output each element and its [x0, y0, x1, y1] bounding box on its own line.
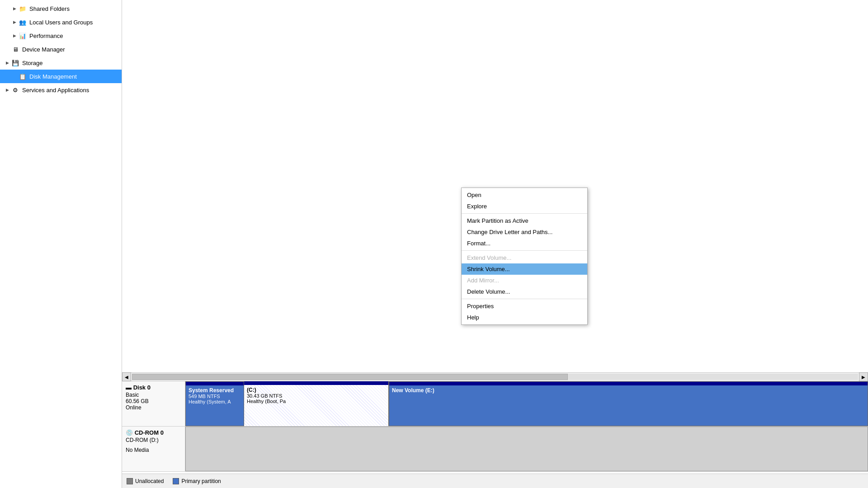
- ctx-change-drive[interactable]: Change Drive Letter and Paths...: [462, 226, 587, 238]
- partition-system-reserved[interactable]: System Reserved 549 MB NTFS Healthy (Sys…: [185, 381, 244, 426]
- expand-arrow-shared-folders: ▶: [11, 5, 18, 12]
- sidebar-item-shared-folders[interactable]: ▶ 📁 Shared Folders: [0, 2, 122, 15]
- expand-arrow-storage: ▶: [4, 59, 11, 66]
- ctx-shrink[interactable]: Shrink Volume...: [462, 263, 587, 275]
- ctx-extend: Extend Volume...: [462, 252, 587, 263]
- partition-new-volume[interactable]: New Volume (E:): [389, 381, 868, 426]
- sidebar-label-storage: Storage: [22, 60, 43, 66]
- main-container: ▶ 📁 Shared Folders ▶ 👥 Local Users and G…: [0, 0, 868, 488]
- legend-unallocated-box: [127, 478, 133, 484]
- disk-icon-inline: ▬: [126, 384, 132, 391]
- scroll-right-button[interactable]: ▶: [859, 372, 868, 381]
- cdrom0-spacer: [126, 443, 181, 447]
- device-icon: 🖥: [11, 45, 20, 54]
- ctx-properties[interactable]: Properties: [462, 300, 587, 312]
- cdrom0-label: 💿 CD-ROM 0 CD-ROM (D:) No Media: [122, 427, 185, 471]
- expand-arrow-services: ▶: [4, 86, 11, 94]
- disk0-label: ▬ Disk 0 Basic 60.56 GB Online: [122, 381, 185, 426]
- disk-icon: 📋: [18, 72, 27, 81]
- disk0-title: ▬ Disk 0: [126, 384, 181, 391]
- sidebar-label-device-manager: Device Manager: [22, 46, 65, 53]
- cdrom0-status: No Media: [126, 447, 181, 453]
- legend-unallocated: Unallocated: [127, 478, 164, 484]
- sidebar-label-local-users: Local Users and Groups: [29, 19, 93, 26]
- sidebar: ▶ 📁 Shared Folders ▶ 👥 Local Users and G…: [0, 0, 122, 488]
- cdrom-empty-partition[interactable]: [185, 427, 868, 471]
- ctx-separator-1: [462, 213, 587, 214]
- ctx-open[interactable]: Open: [462, 189, 587, 201]
- partition-size-system: 549 MB NTFS: [189, 394, 241, 399]
- services-icon: ⚙: [11, 85, 20, 94]
- gauge-icon: 📊: [18, 31, 27, 40]
- disk0-partitions: System Reserved 549 MB NTFS Healthy (Sys…: [185, 381, 868, 426]
- legend-primary: Primary partition: [173, 478, 221, 484]
- partition-name-system: System Reserved: [189, 387, 241, 394]
- legend-unallocated-label: Unallocated: [135, 478, 164, 484]
- sidebar-label-services: Services and Applications: [22, 87, 89, 94]
- horizontal-scrollbar[interactable]: ◀ ▶: [122, 372, 868, 381]
- partition-c[interactable]: (C:) 30.43 GB NTFS Healthy (Boot, Pa: [244, 381, 389, 426]
- storage-icon: 💾: [11, 58, 20, 67]
- sidebar-item-performance[interactable]: ▶ 📊 Performance: [0, 29, 122, 42]
- scrollbar-thumb[interactable]: [132, 374, 568, 380]
- legend-primary-box: [173, 478, 179, 484]
- partition-name-new: New Volume (E:): [392, 387, 865, 394]
- sidebar-item-services-applications[interactable]: ▶ ⚙ Services and Applications: [0, 83, 122, 97]
- content-area: ◀ ▶ ▬ Disk 0 Basic 60.56 GB Online: [122, 0, 868, 488]
- ctx-delete[interactable]: Delete Volume...: [462, 286, 587, 297]
- scrollbar-track[interactable]: [132, 374, 858, 380]
- ctx-add-mirror: Add Mirror...: [462, 275, 587, 286]
- partition-status-system: Healthy (System, A: [189, 399, 241, 404]
- cdrom0-name: CD-ROM 0: [135, 429, 164, 436]
- expand-arrow-performance: ▶: [11, 32, 18, 39]
- ctx-separator-3: [462, 299, 587, 299]
- expand-arrow-local-users: ▶: [11, 19, 18, 26]
- ctx-mark-active[interactable]: Mark Partition as Active: [462, 215, 587, 226]
- disk0-row: ▬ Disk 0 Basic 60.56 GB Online System Re…: [122, 381, 868, 427]
- ctx-help[interactable]: Help: [462, 312, 587, 323]
- partition-status-c: Healthy (Boot, Pa: [247, 399, 386, 404]
- disk0-type: Basic: [126, 392, 181, 398]
- legend-bar: Unallocated Primary partition: [122, 474, 868, 488]
- disk0-name: Disk 0: [133, 384, 151, 391]
- sidebar-label-performance: Performance: [29, 33, 63, 39]
- legend-primary-label: Primary partition: [181, 478, 221, 484]
- sidebar-item-local-users[interactable]: ▶ 👥 Local Users and Groups: [0, 15, 122, 29]
- context-menu: Open Explore Mark Partition as Active Ch…: [461, 188, 588, 325]
- scroll-left-button[interactable]: ◀: [122, 372, 131, 381]
- disk0-size: 60.56 GB: [126, 398, 181, 404]
- partition-size-c: 30.43 GB NTFS: [247, 393, 386, 399]
- cdrom-icon: 💿: [126, 429, 133, 436]
- disk0-status: Online: [126, 404, 181, 411]
- partition-name-c: (C:): [247, 387, 386, 393]
- cdrom0-title: 💿 CD-ROM 0: [126, 429, 181, 436]
- partition-top-bar-system: [186, 382, 244, 385]
- sidebar-label-shared-folders: Shared Folders: [29, 5, 70, 12]
- ctx-format[interactable]: Format...: [462, 238, 587, 249]
- sidebar-item-device-manager[interactable]: ▶ 🖥 Device Manager: [0, 42, 122, 56]
- ctx-separator-2: [462, 250, 587, 251]
- cdrom0-partitions: [185, 427, 868, 471]
- ctx-explore[interactable]: Explore: [462, 201, 587, 212]
- sidebar-label-disk-management: Disk Management: [29, 73, 77, 80]
- sidebar-item-storage[interactable]: ▶ 💾 Storage: [0, 56, 122, 70]
- folder-icon: 📁: [18, 4, 27, 13]
- partition-top-bar-new: [389, 382, 868, 385]
- cdrom0-type: CD-ROM (D:): [126, 437, 181, 443]
- partition-top-bar-c: [244, 381, 388, 385]
- cdrom0-row: 💿 CD-ROM 0 CD-ROM (D:) No Media: [122, 427, 868, 472]
- users-icon: 👥: [18, 18, 27, 27]
- disk-area: ▬ Disk 0 Basic 60.56 GB Online System Re…: [122, 381, 868, 474]
- sidebar-item-disk-management[interactable]: ▶ 📋 Disk Management: [0, 70, 122, 83]
